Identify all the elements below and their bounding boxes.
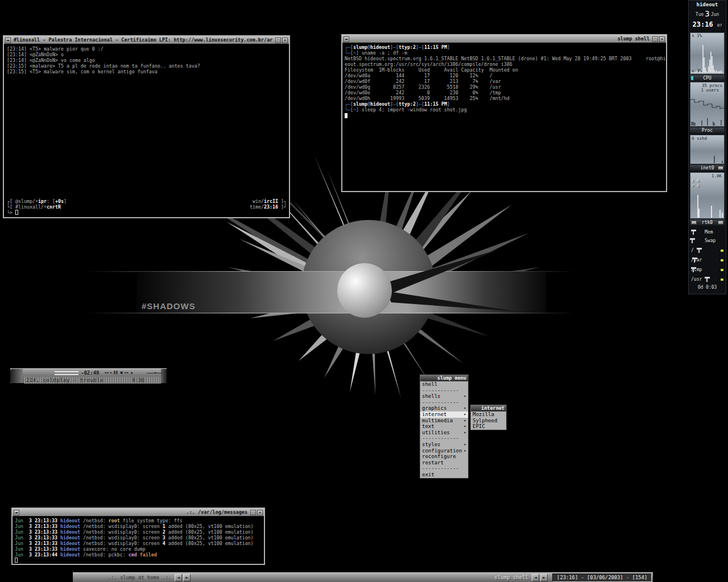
- task-button[interactable]: slump shell: [495, 573, 529, 582]
- close-icon[interactable]: ×: [659, 36, 665, 42]
- submenu-item-Sylpheed[interactable]: Sylpheed: [471, 418, 506, 424]
- shell-output: ┌─[slump@hideout]─[ttyp:2]─[11:15 PM]└─[…: [342, 43, 666, 120]
- taskbar: .:. slump at home .:. ◄ ► slump shell ◄ …: [0, 572, 728, 582]
- menu-item-shells[interactable]: shells▸: [420, 393, 468, 400]
- close-icon[interactable]: ×: [282, 38, 288, 43]
- next-icon[interactable]: ►►: [125, 370, 129, 375]
- shell-line: /dev/wd0f 242 17 213 7% /var: [345, 78, 664, 84]
- submenu-item-EPIC[interactable]: EPIC: [471, 423, 506, 430]
- minimize-icon[interactable]: ▬: [344, 36, 349, 42]
- minimize-icon[interactable]: ▬: [5, 38, 11, 43]
- maximize-icon[interactable]: □: [250, 510, 256, 516]
- net-tx-label: t 0: [692, 178, 700, 183]
- taskbar-clock: [23:16] - [03/06/2003] - [154]: [552, 573, 652, 582]
- volume-slider[interactable]: [55, 371, 78, 377]
- mem-meter[interactable]: Mem: [691, 229, 723, 236]
- player-right-cap: [161, 369, 167, 383]
- slump-menu: slump menu shell------------shells▸-----…: [420, 375, 469, 479]
- mem-label: Mem: [705, 229, 713, 236]
- menu-item-graphics[interactable]: graphics▸: [420, 405, 468, 411]
- fs-led: [721, 278, 723, 281]
- submenu-item-Mozilla[interactable]: Mozilla: [471, 411, 506, 418]
- cpu-user-label: u 3%: [692, 69, 702, 73]
- workspace-prev-icon[interactable]: ◄: [175, 574, 182, 581]
- menu-item-configuration[interactable]: configuration▸: [420, 448, 468, 454]
- seek-slider[interactable]: +: [147, 373, 164, 373]
- prev-icon[interactable]: ◄◄: [104, 370, 109, 375]
- mem-krell: [691, 230, 696, 235]
- workspace-label: .:. slump at home .:.: [108, 573, 171, 582]
- irc-titlebar[interactable]: ▬ #linuxall - Palestra Internacional - C…: [4, 36, 289, 44]
- fs-meter-root[interactable]: /: [691, 247, 723, 254]
- swap-meter[interactable]: Swap: [691, 238, 723, 244]
- task-next-icon[interactable]: ►: [540, 574, 548, 581]
- net-button-right[interactable]: [718, 221, 723, 225]
- shell-content[interactable]: ┌─[slump@hideout]─[ttyp:2]─[11:15 PM]└─[…: [342, 43, 666, 191]
- shell-titlebar[interactable]: ▬ slump shell □ ×: [342, 35, 666, 43]
- workspace-arrows: ◄ ►: [175, 574, 191, 581]
- fs-meter-var[interactable]: /var: [691, 257, 723, 264]
- irc-chat-line: [23:14] <T5> malware pior que 0 :/: [7, 46, 287, 52]
- irc-status-row-1: ┌[ @slump/+ipr: [+0s] win/ircII ]┐: [7, 198, 287, 204]
- eject-icon[interactable]: ▲: [131, 370, 133, 375]
- net-strip[interactable]: rtk0: [690, 219, 725, 226]
- log-window: ▬ .:. /var/log/messages □ × Jun 3 23:13:…: [11, 508, 265, 565]
- fs-meter-tmp[interactable]: /tmp: [691, 267, 723, 273]
- menu-item-styles[interactable]: styles▸: [420, 442, 468, 448]
- maximize-icon[interactable]: □: [275, 38, 281, 43]
- wallpaper-shadows-label: #SHADOWS: [142, 301, 196, 311]
- shell-line: /dev/wd0h 19993 5039 14953 25% /mnt/hd: [345, 95, 664, 101]
- fs-krell: [705, 277, 710, 282]
- menu-item-restart[interactable]: restart: [420, 460, 468, 466]
- shell-line: /dev/wd0a 144 17 120 12% /: [345, 73, 664, 78]
- cpu-strip-label: CPU: [703, 76, 711, 81]
- taskbar-bar: .:. slump at home .:. ◄ ► slump shell ◄ …: [73, 572, 653, 582]
- irc-status-left-1: ┌[ @slump/+ipr: [+0s]: [7, 198, 67, 204]
- fs-meter-usr[interactable]: /usr: [691, 276, 723, 283]
- menu-item-shell[interactable]: shell: [420, 381, 468, 388]
- inet-button[interactable]: [718, 166, 723, 170]
- close-icon[interactable]: ×: [257, 510, 263, 516]
- menu-item-text[interactable]: text▸: [420, 423, 468, 430]
- fs-krell: [691, 267, 696, 272]
- task-prev-icon[interactable]: ◄: [532, 574, 539, 581]
- irc-window: ▬ #linuxall - Palestra Internacional - C…: [3, 35, 290, 218]
- play-icon[interactable]: ►: [110, 370, 113, 375]
- irc-status-row-2: └[ #linuxall/+cnrtR time/23:16 ]┘: [7, 204, 287, 210]
- pause-icon[interactable]: ▌▌: [114, 370, 119, 375]
- log-titlebar[interactable]: ▬ .:. /var/log/messages □ ×: [13, 509, 264, 516]
- irc-status-right-2: time/23:16 ]┘: [250, 204, 287, 210]
- menu-item-exit[interactable]: exit: [420, 472, 468, 478]
- shell-line: ┌─[slump@hideout]─[ttyp:2]─[11:15 PM]: [345, 101, 664, 107]
- minimize-icon[interactable]: ▬: [14, 510, 19, 516]
- irc-chat-line: [23:15] <T5> malware sim, com o kernel a…: [7, 69, 287, 74]
- menu-item-multimedia[interactable]: multimedia▸: [420, 418, 468, 424]
- irc-input-prompt[interactable]: └>: [7, 210, 18, 215]
- log-line: [15, 558, 262, 563]
- slump-menu-title: slump menu: [420, 375, 468, 381]
- menu-separator: ------------: [420, 400, 468, 406]
- stop-icon[interactable]: ■: [120, 370, 123, 375]
- irc-spacer: [7, 74, 287, 198]
- shell-line: └─[~] uname -a ; df -m: [345, 50, 664, 56]
- net-button-left[interactable]: [691, 221, 697, 225]
- fs-label-root: /: [691, 248, 694, 253]
- maximize-icon[interactable]: □: [652, 36, 658, 42]
- menu-item-reconfigure[interactable]: reconfigure: [420, 454, 468, 460]
- cpu-strip[interactable]: CPU: [690, 75, 725, 81]
- proc-strip[interactable]: Proc: [690, 127, 725, 134]
- log-line: Jun 3 23:13:33 hideout /netbsd: wsdispla…: [15, 541, 262, 546]
- shell-line: ┌─[slump@hideout]─[ttyp:2]─[11:15 PM]: [345, 44, 664, 50]
- player-left-cap: [10, 369, 23, 383]
- shell-window-title: slump shell: [616, 35, 651, 43]
- monitor-date: Tue3Jun: [689, 9, 726, 20]
- menu-item-internet[interactable]: internet▸: [420, 411, 468, 418]
- workspace-next-icon[interactable]: ►: [183, 574, 191, 581]
- shell-line: NetBSD hideout.spectrum.org 1.6.1_STABLE…: [345, 56, 664, 61]
- submenu-arrow-icon: ▸: [464, 423, 466, 430]
- internet-submenu-title: internet: [471, 405, 506, 411]
- irc-input-row[interactable]: └>: [7, 210, 287, 215]
- users-count-label: 1 users: [701, 88, 719, 93]
- menu-item-utilities[interactable]: utilities▸: [420, 430, 468, 436]
- inet-strip[interactable]: inet0: [690, 165, 725, 171]
